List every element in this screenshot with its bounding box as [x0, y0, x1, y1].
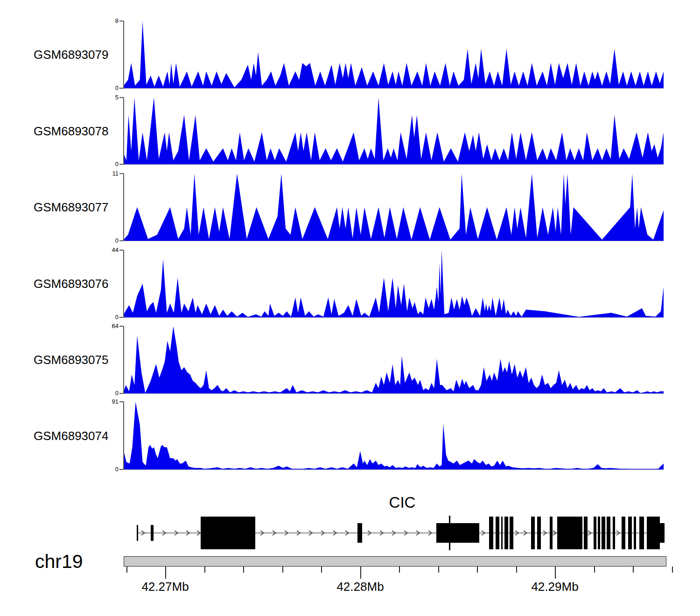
ruler-minor-tick: [204, 567, 205, 573]
ruler-minor-tick: [321, 567, 322, 573]
exon-box: [584, 517, 588, 549]
y-axis-zero-label: 0: [97, 390, 119, 397]
track-baseline: [124, 241, 664, 241]
exon-box: [436, 523, 479, 543]
ruler-minor-tick: [282, 567, 283, 573]
coverage-area-fill: [124, 402, 664, 469]
y-axis-zero-label: 0: [97, 161, 119, 168]
y-axis-zero-label: 0: [97, 237, 119, 245]
track-label: GSM6893075: [34, 352, 108, 367]
exon-box: [634, 517, 636, 549]
y-axis-line: [123, 402, 124, 469]
y-axis-line: [123, 21, 124, 88]
coverage-area-chart: [124, 402, 664, 469]
exon-box: [598, 517, 600, 549]
y-axis-bottom-tick: [119, 469, 124, 470]
coverage-area-fill: [124, 174, 664, 241]
ruler-minor-tick: [243, 567, 244, 573]
chromosome-ideogram-bar: [124, 556, 666, 567]
y-axis-zero-label: 0: [97, 314, 119, 321]
ruler-minor-tick: [477, 567, 478, 573]
y-axis-top-tick: [119, 173, 124, 174]
exon-box: [594, 517, 596, 549]
coverage-area-chart: [124, 21, 664, 88]
y-axis-line: [123, 174, 124, 241]
y-axis-max-label: 91: [97, 398, 119, 406]
y-axis-max-label: 64: [97, 322, 119, 330]
y-axis-top-tick: [119, 97, 124, 98]
y-axis-bottom-tick: [119, 317, 124, 318]
y-axis-bottom-tick: [119, 164, 124, 165]
exon-box: [137, 525, 138, 541]
coverage-area-fill: [124, 250, 664, 317]
y-axis-bottom-tick: [119, 393, 124, 394]
exon-box: [151, 525, 154, 541]
track-baseline: [124, 164, 664, 165]
y-axis-line: [123, 250, 124, 317]
y-axis-max-label: 5: [97, 94, 119, 101]
genome-browser-view: GSM6893079 8 0 GSM6893078 5 0 GSM6893077…: [0, 0, 700, 616]
coverage-area-chart: [124, 98, 664, 164]
ruler-major-tick: [555, 567, 556, 579]
exon-box: [660, 523, 665, 543]
exon-box: [531, 517, 535, 549]
exon-box: [647, 517, 660, 549]
y-axis-max-label: 8: [97, 17, 119, 25]
axis-mb-label: 42.29Mb: [531, 580, 578, 594]
y-axis-line: [123, 326, 124, 393]
exon-box: [557, 517, 582, 549]
ruler-minor-tick: [633, 567, 634, 573]
exon-box: [510, 517, 513, 549]
coverage-area-chart: [124, 326, 664, 393]
coverage-area-fill: [124, 98, 664, 164]
exon-box: [639, 517, 644, 549]
coverage-area-fill: [124, 326, 664, 393]
transcript-boundary-line: [449, 516, 450, 550]
track-label: GSM6893074: [34, 428, 108, 443]
y-axis-top-tick: [119, 326, 124, 327]
exon-box: [501, 517, 503, 549]
gene-name-label: CIC: [389, 494, 416, 511]
exon-box: [613, 517, 615, 549]
exon-box: [537, 517, 541, 549]
track-baseline: [124, 469, 664, 470]
y-axis-top-tick: [119, 250, 124, 251]
y-axis-zero-label: 0: [97, 466, 119, 473]
gene-model-track: [112, 513, 700, 553]
exon-box: [357, 523, 362, 543]
chromosome-label: chr19: [35, 551, 83, 573]
track-label: GSM6893077: [34, 200, 108, 215]
track-baseline: [124, 393, 664, 394]
y-axis-top-tick: [119, 401, 124, 402]
exon-box: [496, 517, 499, 549]
y-axis-line: [123, 98, 124, 164]
y-axis-zero-label: 0: [97, 84, 119, 92]
exon-box: [628, 517, 632, 549]
axis-mb-label: 42.28Mb: [336, 580, 384, 594]
axis-mb-label: 42.27Mb: [141, 580, 189, 594]
exon-box: [504, 517, 508, 549]
exon-box: [607, 517, 610, 549]
ruler-minor-tick: [438, 567, 439, 573]
track-label: GSM6893079: [34, 47, 108, 62]
coverage-area-chart: [124, 174, 664, 241]
y-axis-bottom-tick: [119, 88, 124, 89]
track-label: GSM6893078: [34, 124, 108, 139]
ruler-minor-tick: [594, 567, 595, 573]
coverage-area-fill: [124, 21, 664, 88]
exon-box: [489, 517, 493, 549]
ruler-major-tick: [360, 567, 361, 579]
exon-box: [201, 517, 255, 549]
exon-box: [622, 517, 625, 549]
track-label: GSM6893076: [34, 276, 108, 291]
ruler-major-tick: [165, 567, 166, 579]
ruler-minor-tick: [126, 567, 127, 573]
ruler-minor-tick: [672, 567, 673, 573]
y-axis-max-label: 44: [97, 246, 119, 254]
ruler-minor-tick: [516, 567, 517, 573]
y-axis-bottom-tick: [119, 240, 124, 241]
ruler-minor-tick: [399, 567, 400, 573]
exon-box: [550, 517, 553, 549]
y-axis-max-label: 11: [97, 170, 119, 177]
track-baseline: [124, 317, 664, 318]
